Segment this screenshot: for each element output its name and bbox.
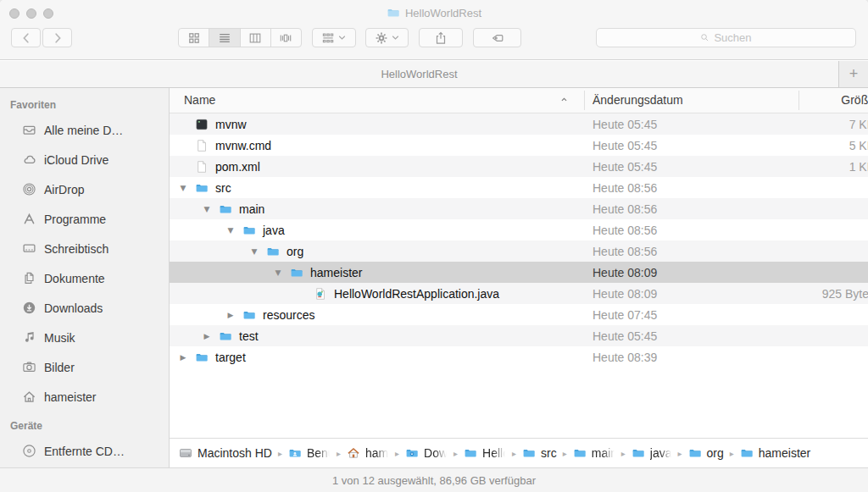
column-divider[interactable] <box>798 91 799 110</box>
disclosure-triangle-icon[interactable]: ▶ <box>200 332 214 340</box>
view-icons-button[interactable] <box>179 29 209 47</box>
disclosure-triangle-icon[interactable]: ▼ <box>271 268 285 277</box>
column-header-date[interactable]: Änderungsdatum <box>593 88 683 113</box>
path-separator-icon: ▸ <box>621 449 626 458</box>
file-date: Heute 05:45 <box>593 329 657 343</box>
table-row[interactable]: ▼ hameister Heute 08:09 <box>170 262 868 283</box>
share-button[interactable] <box>419 28 463 47</box>
tab-label: HelloWorldRest <box>381 68 457 80</box>
traffic-lights <box>9 8 53 19</box>
gear-icon <box>375 31 388 45</box>
sidebar-item-dokumente[interactable]: Dokumente <box>0 263 169 293</box>
arrange-icon <box>321 31 335 45</box>
path-item-src[interactable]: src <box>522 446 557 460</box>
zoom-button[interactable] <box>43 8 53 19</box>
table-row[interactable]: mvnw.cmd Heute 05:45 5 KB <box>170 135 868 156</box>
path-separator-icon: ▸ <box>453 449 458 458</box>
path-item-java[interactable]: java <box>632 446 672 460</box>
folder-icon <box>290 266 303 279</box>
back-button[interactable] <box>11 28 41 47</box>
arrange-button[interactable] <box>312 28 356 47</box>
file-date: Heute 08:56 <box>593 245 657 258</box>
tab-helloworldrest[interactable]: HelloWorldRest <box>0 61 839 87</box>
sidebar-item-musik[interactable]: Musik <box>0 323 169 352</box>
tag-button[interactable] <box>473 28 521 47</box>
file-size: 925 Bytes <box>822 287 868 301</box>
home-path-icon <box>347 446 360 460</box>
action-button[interactable] <box>365 28 409 47</box>
sidebar-item-icloud-drive[interactable]: iCloud Drive <box>0 145 169 174</box>
path-item-benutzer[interactable]: Benutzer <box>288 446 331 460</box>
table-row[interactable]: ▶ target Heute 08:39 <box>170 346 868 368</box>
path-item-hameister[interactable]: hameister <box>347 446 389 460</box>
sidebar-item-label: Dokumente <box>44 272 105 285</box>
camera-icon <box>21 360 36 374</box>
path-item-org[interactable]: org <box>688 446 724 460</box>
view-coverflow-button[interactable] <box>270 29 301 47</box>
disclosure-triangle-icon[interactable]: ▼ <box>224 226 237 235</box>
column-header-name[interactable]: Name <box>184 88 215 113</box>
table-row[interactable]: ▼ java Heute 08:56 <box>170 219 868 240</box>
sidebar-item-alle-meine-d[interactable]: Alle meine D… <box>0 115 169 145</box>
path-item-macintosh-hd[interactable]: Macintosh HD <box>179 446 272 460</box>
search-input[interactable]: Suchen <box>596 28 856 47</box>
columns-view-icon <box>248 31 262 45</box>
path-item-helloworldrest[interactable]: HelloWorldRest <box>464 446 506 460</box>
folder-icon <box>219 329 232 343</box>
path-item-downloads[interactable]: Downloads <box>405 446 448 460</box>
view-mode-control <box>178 28 302 47</box>
table-row[interactable]: ▼ main Heute 08:56 <box>170 198 868 219</box>
sidebar-item-downloads[interactable]: Downloads <box>0 293 169 323</box>
table-row[interactable]: mvnw Heute 05:45 7 KB <box>170 113 868 135</box>
view-list-button[interactable] <box>209 29 239 47</box>
table-row[interactable]: HelloWorldRestApplication.java Heute 08:… <box>170 283 868 304</box>
path-separator-icon: ▸ <box>563 449 567 458</box>
sort-ascending-icon <box>559 95 569 104</box>
sidebar-item-label: Programme <box>44 213 106 226</box>
terminal-icon <box>195 118 209 131</box>
path-item-label: org <box>707 446 724 460</box>
folder-proxy-icon[interactable] <box>387 6 400 19</box>
column-divider[interactable] <box>584 91 585 110</box>
table-row[interactable]: pom.xml Heute 05:45 1 KB <box>170 156 868 177</box>
disclosure-triangle-icon[interactable]: ▶ <box>176 353 190 362</box>
sidebar-item-hameister[interactable]: hameister <box>0 382 169 412</box>
file-name: mvnw.cmd <box>215 139 271 152</box>
file-name: java <box>263 224 285 237</box>
column-header-size[interactable]: Größe <box>841 88 868 113</box>
sidebar-item-schreibtisch[interactable]: Schreibtisch <box>0 234 169 263</box>
sidebar-item-bilder[interactable]: Bilder <box>0 352 169 382</box>
path-separator-icon: ▸ <box>337 449 341 458</box>
file-name: src <box>215 181 231 195</box>
path-item-hameister[interactable]: hameister <box>740 446 810 460</box>
drive-icon <box>179 446 192 460</box>
sidebar-item-programme[interactable]: Programme <box>0 204 169 234</box>
list-view-icon <box>218 31 231 45</box>
sidebar-item-airdrop[interactable]: AirDrop <box>0 174 169 204</box>
file-list: mvnw Heute 05:45 7 KB mvnw.cmd Heute 05:… <box>170 113 868 368</box>
disclosure-triangle-icon[interactable]: ▼ <box>176 184 190 192</box>
path-separator-icon: ▸ <box>678 449 682 458</box>
tag-icon <box>491 31 504 45</box>
doc-icon <box>195 139 209 152</box>
disclosure-triangle-icon[interactable]: ▼ <box>200 205 214 213</box>
table-row[interactable]: ▶ resources Heute 07:45 <box>170 304 868 325</box>
table-row[interactable]: ▼ src Heute 08:56 <box>170 177 868 198</box>
path-item-main[interactable]: main <box>573 446 615 460</box>
close-button[interactable] <box>9 8 19 19</box>
minimize-button[interactable] <box>26 8 36 19</box>
sidebar-item-label: Entfernte CD… <box>44 445 125 458</box>
path-item-label: hameister <box>365 446 389 460</box>
search-icon <box>700 33 709 42</box>
table-row[interactable]: ▶ test Heute 05:45 <box>170 325 868 346</box>
new-tab-button[interactable]: + <box>839 61 868 87</box>
disclosure-triangle-icon[interactable]: ▼ <box>248 247 261 256</box>
table-row[interactable]: ▼ org Heute 08:56 <box>170 240 868 262</box>
view-columns-button[interactable] <box>240 29 270 47</box>
disclosure-triangle-icon[interactable]: ▶ <box>224 311 237 319</box>
sidebar-section-header: Geräte <box>0 416 169 436</box>
sidebar-item-entfernte-cd[interactable]: Entfernte CD… <box>0 436 169 466</box>
downloads-folder-icon <box>405 446 419 460</box>
sidebar-section-header: Favoriten <box>0 95 169 115</box>
forward-button[interactable] <box>42 28 72 47</box>
